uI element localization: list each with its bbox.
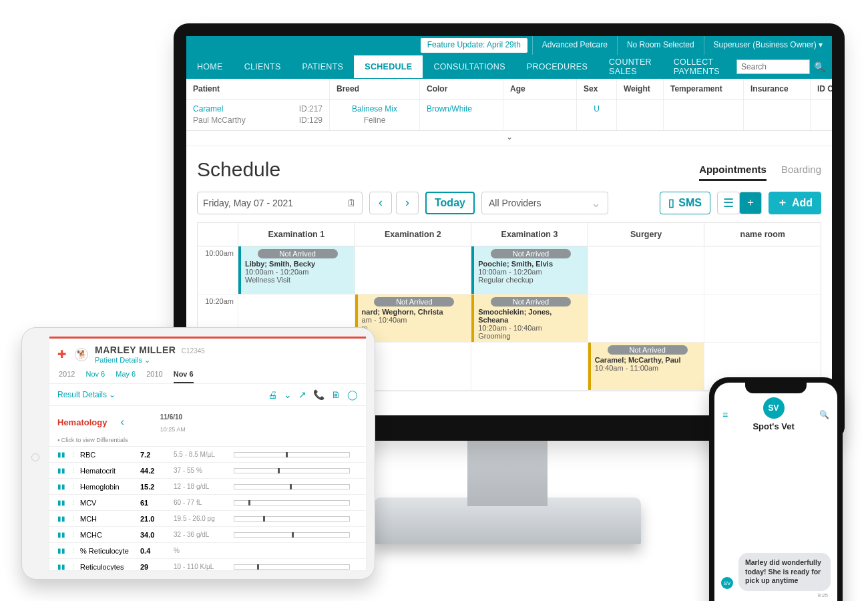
prev-day-button[interactable]: ‹ bbox=[369, 192, 392, 214]
subtab-boarding[interactable]: Boarding bbox=[781, 164, 821, 181]
analyte-name: MCV bbox=[80, 499, 140, 507]
sms-button[interactable]: ▯ SMS bbox=[660, 192, 710, 214]
range-bar bbox=[234, 532, 350, 538]
search-icon[interactable]: 🔍 bbox=[819, 410, 829, 419]
patient-data-row[interactable]: CaramelID:217Paul McCarthyID:129Balinese… bbox=[186, 99, 832, 131]
patient-tab[interactable]: 2010 bbox=[146, 370, 162, 383]
calendar-slot[interactable] bbox=[704, 246, 821, 294]
patient-details-link[interactable]: Patient Details ⌄ bbox=[95, 356, 205, 365]
analyte-value: 44.2 bbox=[140, 467, 174, 475]
patient-id: C12345 bbox=[182, 347, 205, 355]
nav-clients[interactable]: CLIENTS bbox=[234, 55, 292, 78]
schedule-controls: Friday, May 07 - 2021 🗓 ‹ › Today All Pr… bbox=[186, 186, 832, 222]
file-icon[interactable]: 🗎 bbox=[331, 389, 341, 400]
brand-name: Spot's Vet bbox=[752, 421, 794, 431]
brand-avatar: SV bbox=[763, 397, 785, 419]
check-circle-icon[interactable]: ◯ bbox=[347, 389, 358, 400]
calendar-slot[interactable] bbox=[704, 294, 821, 343]
nav-collect-payments[interactable]: COLLECT PAYMENTS bbox=[663, 51, 736, 83]
grid-add-icon[interactable]: ＋ bbox=[739, 192, 762, 214]
patient-tab[interactable]: Nov 6 bbox=[174, 370, 194, 383]
dropdown-icon[interactable]: ⌄ bbox=[284, 389, 292, 400]
analyte-name: % Reticulocyte bbox=[80, 547, 140, 555]
appointment-card[interactable]: Not ArrivedSmoochiekin; Jones, Scheana10… bbox=[471, 294, 588, 342]
date-picker[interactable]: Friday, May 07 - 2021 🗓 bbox=[197, 192, 363, 214]
lab-result-row[interactable]: ▮▮⋮⋮Hematocrit44.237 - 55 % bbox=[49, 463, 366, 479]
appointment-reason: Regular checkup bbox=[474, 276, 588, 284]
patient-tab[interactable]: May 6 bbox=[116, 370, 136, 383]
lab-result-row[interactable]: ▮▮⋮⋮% Reticulocyte0.4% bbox=[49, 543, 366, 559]
calendar-slot[interactable] bbox=[355, 246, 471, 294]
analyte-name: Hematocrit bbox=[80, 467, 140, 475]
next-day-button[interactable]: › bbox=[396, 192, 419, 214]
appointment-card[interactable]: Not ArrivedPoochie; Smith, Elvis10:00am … bbox=[471, 246, 588, 294]
calendar-slot[interactable] bbox=[471, 343, 588, 391]
plus-circle-icon: ＋ bbox=[777, 196, 788, 210]
phone-icon: ▯ bbox=[668, 196, 674, 209]
calendar-slot[interactable]: Not ArrivedCaramel; McCarthy, Paul10:40a… bbox=[588, 343, 704, 391]
add-button[interactable]: ＋ Add bbox=[769, 192, 821, 214]
appointment-status: Not Arrived bbox=[374, 297, 454, 307]
patient-tab[interactable]: Nov 6 bbox=[85, 370, 105, 383]
nav-search-input[interactable] bbox=[736, 59, 810, 74]
appointment-card[interactable]: Not ArrivedCaramel; McCarthy, Paul10:40a… bbox=[588, 343, 704, 390]
nav-counter-sales[interactable]: COUNTER SALES bbox=[598, 51, 663, 83]
search-icon[interactable]: 🔍 bbox=[814, 61, 825, 72]
result-time: 10:25 AM bbox=[160, 426, 186, 433]
nav-home[interactable]: HOME bbox=[186, 55, 234, 78]
appointment-reason: Grooming bbox=[474, 332, 588, 340]
lab-result-row[interactable]: ▮▮⋮⋮RBC7.25.5 - 8.5 M/µL bbox=[49, 447, 366, 463]
appointment-patient: nard; Weghorn, Christa bbox=[358, 308, 471, 316]
analyte-ref: 19.5 - 26.0 pg bbox=[174, 515, 234, 522]
clinic-logo-icon: ✚ bbox=[57, 348, 68, 361]
lab-result-row[interactable]: ▮▮⋮⋮MCHC34.032 - 36 g/dL bbox=[49, 527, 366, 543]
add-label: Add bbox=[792, 197, 813, 209]
appointment-card[interactable]: Not ArrivedLibby; Smith, Becky10:00am - … bbox=[238, 246, 355, 294]
list-view-icon[interactable]: ☰ bbox=[717, 192, 740, 214]
patient-tab[interactable]: 2012 bbox=[59, 370, 75, 383]
differentials-hint[interactable]: ▪ Click to view Differentials bbox=[49, 435, 366, 447]
patient-col-header: Patient bbox=[186, 79, 330, 99]
appointment-reason: Wellness Visit bbox=[241, 276, 355, 284]
appointment-time: 10:20am - 10:40am bbox=[474, 324, 588, 332]
appointment-status: Not Arrived bbox=[258, 249, 338, 258]
expand-chevron-icon[interactable]: ⌄ bbox=[186, 131, 832, 146]
provider-select[interactable]: All Providers ⌄ bbox=[481, 192, 608, 214]
result-details-link[interactable]: Result Details ⌄ bbox=[57, 390, 116, 399]
patient-name: MARLEY MILLER bbox=[95, 345, 176, 355]
nav-consultations[interactable]: CONSULTATIONS bbox=[423, 55, 515, 78]
menu-icon[interactable]: ≡ bbox=[722, 409, 728, 420]
book-icon: ▮▮ bbox=[57, 451, 71, 458]
patient-col-header: Age bbox=[503, 79, 577, 99]
calendar-slot[interactable] bbox=[588, 246, 704, 294]
calendar-slot[interactable] bbox=[588, 294, 704, 343]
appointment-status: Not Arrived bbox=[491, 297, 571, 307]
share-icon[interactable]: ↗ bbox=[298, 389, 306, 400]
subtab-appointments[interactable]: Appointments bbox=[699, 164, 767, 181]
nav-schedule[interactable]: SCHEDULE bbox=[354, 55, 423, 78]
appointment-status: Not Arrived bbox=[608, 345, 688, 355]
book-icon: ▮▮ bbox=[57, 563, 71, 570]
provider-label: All Providers bbox=[489, 198, 541, 208]
patient-header: ✚ 🐕 MARLEY MILLER C12345 Patient Details… bbox=[49, 339, 366, 367]
lab-result-row[interactable]: ▮▮⋮⋮Hemoglobin15.212 - 18 g/dL bbox=[49, 479, 366, 495]
call-icon[interactable]: 📞 bbox=[313, 389, 324, 400]
range-bar bbox=[234, 484, 350, 489]
today-button[interactable]: Today bbox=[425, 192, 475, 214]
calendar-slot[interactable]: Not ArrivedLibby; Smith, Becky10:00am - … bbox=[238, 246, 355, 294]
analyte-value: 15.2 bbox=[140, 483, 174, 491]
book-icon: ▮▮ bbox=[57, 531, 71, 538]
calendar-slot[interactable]: Not ArrivedSmoochiekin; Jones, Scheana10… bbox=[471, 294, 588, 343]
lab-result-row[interactable]: ▮▮⋮⋮Reticulocytes2910 - 110 K/µL bbox=[49, 559, 366, 571]
nav-patients[interactable]: PATIENTS bbox=[292, 55, 355, 78]
tablet-home-button[interactable] bbox=[31, 453, 39, 461]
calendar-slot[interactable]: Not ArrivedPoochie; Smith, Elvis10:00am … bbox=[471, 246, 588, 294]
lab-result-row[interactable]: ▮▮⋮⋮MCV6160 - 77 fL bbox=[49, 495, 366, 511]
analyte-ref: 12 - 18 g/dL bbox=[174, 483, 234, 490]
chevron-left-icon[interactable]: ‹ bbox=[120, 416, 124, 428]
lab-result-row[interactable]: ▮▮⋮⋮MCH21.019.5 - 26.0 pg bbox=[49, 511, 366, 527]
appointment-patient: Poochie; Smith, Elvis bbox=[474, 260, 588, 268]
print-icon[interactable]: 🖨 bbox=[268, 389, 277, 400]
nav-procedures[interactable]: PROCEDURES bbox=[516, 55, 598, 78]
feature-update-pill[interactable]: Feature Update: April 29th bbox=[420, 37, 528, 53]
